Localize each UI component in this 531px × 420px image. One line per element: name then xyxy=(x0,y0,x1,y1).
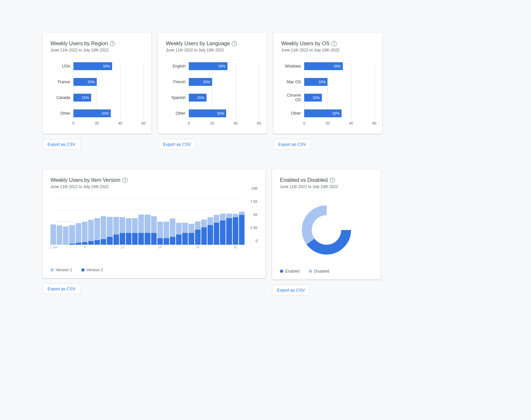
os-chart: Windows33%Mac OS20%Chrome OS15%Other32%0… xyxy=(281,62,374,128)
bar-label: Other xyxy=(166,111,189,116)
card-enabled: Enabled vs Disabled ? June 11th 2022 to … xyxy=(272,169,381,279)
bar-label: Spanish xyxy=(166,95,189,100)
bar-label: France xyxy=(50,80,73,84)
stacked-bar xyxy=(214,215,219,245)
export-button[interactable]: Export as CSV xyxy=(43,139,80,150)
version-chart: 02.5K5K7.5K10K1 Jun612182430 xyxy=(50,199,258,251)
card-title: Weekly Users by Region xyxy=(50,41,108,47)
stacked-bar xyxy=(107,217,112,245)
legend-dot-icon xyxy=(309,270,312,273)
stacked-bar xyxy=(188,224,194,245)
card-region: Weekly Users by Region ? June 11th 2022 … xyxy=(43,33,151,134)
help-icon[interactable]: ? xyxy=(110,41,115,46)
stacked-bar xyxy=(170,219,175,245)
bar-label: Windows xyxy=(281,64,304,68)
card-subtitle: June 11th 2022 to July 10th 2022 xyxy=(166,48,259,52)
bar: 20% xyxy=(189,78,212,86)
stacked-bar xyxy=(138,215,144,245)
legend-dot-icon xyxy=(280,270,283,273)
export-button[interactable]: Export as CSV xyxy=(272,285,310,296)
bar-label: USA xyxy=(50,64,73,68)
bar-label: Other xyxy=(50,111,73,116)
card-subtitle: June 11th 2022 to July 10th 2022 xyxy=(281,48,374,52)
version-legend: Version 1 Version 2 xyxy=(50,268,258,272)
bar: 33% xyxy=(73,62,112,70)
bar: 20% xyxy=(304,78,327,86)
stacked-bar xyxy=(157,222,163,245)
stacked-bar xyxy=(57,225,62,245)
help-icon[interactable]: ? xyxy=(232,41,237,46)
region-chart: USA33%France20%Canada15%Other32%0204060 xyxy=(50,62,144,128)
stacked-bar xyxy=(164,222,169,245)
bar: 33% xyxy=(189,62,227,70)
bar: 15% xyxy=(73,94,91,102)
legend-label: Disabled xyxy=(314,269,329,274)
card-subtitle: June 11th 2022 to July 10th 2022 xyxy=(280,184,373,189)
help-icon[interactable]: ? xyxy=(331,41,337,46)
stacked-bar xyxy=(113,217,119,245)
bar: 32% xyxy=(73,109,111,117)
stacked-bar xyxy=(233,214,238,245)
stacked-bar xyxy=(195,221,201,245)
stacked-bar xyxy=(120,217,125,245)
bar-label: Chrome OS xyxy=(281,93,304,102)
legend-label: Version 1 xyxy=(56,268,72,272)
stacked-bar xyxy=(132,218,138,245)
stacked-bar xyxy=(63,226,69,245)
stacked-bar xyxy=(145,215,150,245)
export-button[interactable]: Export as CSV xyxy=(158,139,196,150)
card-subtitle: June 11th 2022 to July 10th 2022 xyxy=(50,184,258,189)
card-title: Weekly Users by Language xyxy=(166,41,230,47)
bar: 32% xyxy=(189,109,226,117)
legend-label: Enabled xyxy=(285,269,300,274)
card-language: Weekly Users by Language ? June 11th 202… xyxy=(158,33,267,134)
bar: 32% xyxy=(304,109,342,117)
stacked-bar xyxy=(88,220,94,245)
legend-dot-icon xyxy=(81,268,85,272)
card-version: Weekly Users by Item Version ? June 11th… xyxy=(43,169,266,278)
help-icon[interactable]: ? xyxy=(330,178,335,183)
card-os: Weekly Users by OS ? June 11th 2022 to J… xyxy=(273,33,382,134)
enabled-legend: Enabled Disabled xyxy=(280,269,373,274)
stacked-bar xyxy=(69,225,75,245)
stacked-bar xyxy=(226,214,232,245)
card-title: Weekly Users by Item Version xyxy=(50,177,120,183)
enabled-chart xyxy=(280,199,373,261)
bar-label: Other xyxy=(281,111,304,116)
card-title: Weekly Users by OS xyxy=(281,41,329,47)
legend-dot-icon xyxy=(50,268,54,272)
export-button[interactable]: Export as CSV xyxy=(43,283,80,294)
bar-label: Mac OS xyxy=(281,80,304,84)
stacked-bar xyxy=(94,218,100,245)
stacked-bar xyxy=(239,212,245,245)
stacked-bar xyxy=(50,224,56,245)
export-button[interactable]: Export as CSV xyxy=(273,139,311,150)
bar-label: Canada xyxy=(50,95,73,100)
stacked-bar xyxy=(101,216,106,245)
stacked-bar xyxy=(82,222,88,245)
card-title: Enabled vs Disabled xyxy=(280,177,328,183)
stacked-bar xyxy=(176,223,182,245)
bar: 33% xyxy=(304,62,343,70)
stacked-bar xyxy=(220,214,226,245)
bar: 15% xyxy=(189,94,206,102)
bar: 15% xyxy=(304,94,322,102)
card-subtitle: June 11th 2022 to July 10th 2022 xyxy=(50,48,144,52)
stacked-bar xyxy=(207,217,213,245)
stacked-bar xyxy=(182,223,188,245)
stacked-bar xyxy=(76,223,81,245)
bar-label: English xyxy=(166,64,189,68)
bar: 20% xyxy=(73,78,97,86)
stacked-bar xyxy=(151,216,157,245)
stacked-bar xyxy=(201,220,207,245)
legend-label: Version 2 xyxy=(87,268,103,272)
language-chart: English33%French20%Spanish15%Other32%020… xyxy=(166,62,259,128)
stacked-bar xyxy=(126,218,131,245)
bar-label: French xyxy=(166,80,189,84)
help-icon[interactable]: ? xyxy=(122,178,128,183)
